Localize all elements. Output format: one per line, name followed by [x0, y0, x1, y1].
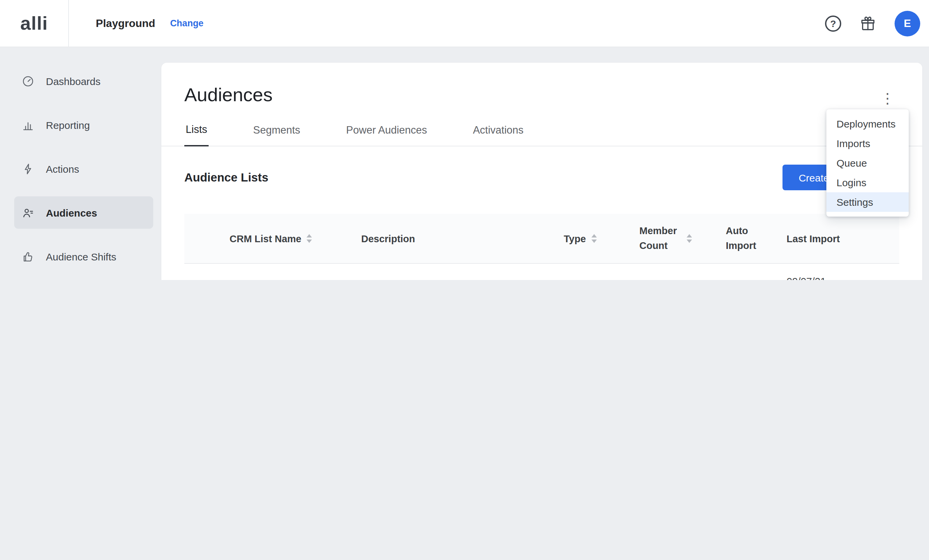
table-header-last-import: Last Import [776, 233, 867, 244]
sidebar-item-actions[interactable]: Actions [14, 153, 153, 185]
sort-icon[interactable] [307, 234, 312, 243]
sidebar: Dashboards Reporting Actions Audiences A… [0, 47, 161, 280]
alli-logo: alli [20, 12, 48, 34]
dropdown-menu: Deployments Imports Queue Logins Setting… [826, 109, 909, 217]
tab-lists[interactable]: Lists [184, 124, 208, 147]
sort-icon[interactable] [687, 234, 692, 243]
page-title: Audiences [184, 63, 899, 110]
menu-item-queue[interactable]: Queue [826, 153, 909, 173]
app-window: alli Playground Change E Dashboards Repo… [0, 0, 929, 280]
table-header-row: CRM List Name Description Type Member Co… [184, 214, 899, 264]
topbar-divider [68, 0, 69, 47]
workspace-name: Playground [96, 17, 155, 29]
sort-icon[interactable] [592, 234, 597, 243]
table-header-crm-list-name[interactable]: CRM List Name [219, 233, 351, 244]
tab-bar: Lists Segments Power Audiences Activatio… [161, 117, 922, 147]
menu-item-logins[interactable]: Logins [826, 173, 909, 192]
topbar-actions: E [825, 11, 929, 36]
audience-lists-table: CRM List Name Description Type Member Co… [184, 214, 899, 280]
help-icon[interactable] [825, 15, 841, 31]
menu-item-deployments[interactable]: Deployments [826, 114, 909, 133]
sidebar-item-dashboards[interactable]: Dashboards [14, 65, 153, 97]
table-header-description: Description [351, 233, 553, 244]
tab-activations[interactable]: Activations [472, 124, 525, 146]
sidebar-item-label: Audiences [46, 207, 97, 218]
sidebar-item-reporting[interactable]: Reporting [14, 109, 153, 141]
user-avatar[interactable]: E [895, 11, 920, 36]
page-menu-kebab-icon[interactable] [880, 91, 894, 105]
sidebar-item-label: Dashboards [46, 75, 101, 87]
section-header: Audience Lists Create [184, 164, 899, 191]
menu-item-settings[interactable]: Settings [826, 192, 909, 212]
thumbs-up-icon [21, 250, 34, 263]
bar-chart-icon [21, 118, 34, 131]
sidebar-item-label: Audience Shifts [46, 251, 116, 262]
change-workspace-link[interactable]: Change [170, 18, 204, 28]
sidebar-item-label: Actions [46, 163, 79, 174]
tab-segments[interactable]: Segments [252, 124, 302, 146]
last-import: 09/07/212:33 pm [776, 274, 867, 280]
gift-icon[interactable] [860, 15, 876, 32]
tab-power-audiences[interactable]: Power Audiences [345, 124, 428, 146]
top-bar: alli Playground Change E [0, 0, 929, 47]
section-title: Audience Lists [184, 170, 268, 185]
dashboard-gauge-icon [21, 75, 34, 87]
sidebar-item-audience-shifts[interactable]: Audience Shifts [14, 240, 153, 272]
table-header-auto-import: Auto Import [716, 224, 776, 252]
menu-item-imports[interactable]: Imports [826, 133, 909, 153]
sidebar-item-audiences[interactable]: Audiences [14, 196, 153, 229]
table-header-member-count[interactable]: Member Count [629, 224, 716, 252]
table-row: katietest Summary 0 09/07/212:33 pm [184, 264, 899, 280]
sidebar-item-label: Reporting [46, 119, 90, 130]
table-header-type[interactable]: Type [553, 233, 629, 244]
person-audience-icon [21, 206, 34, 219]
lightning-bolt-icon [21, 162, 34, 175]
main-panel: Audiences Lists Segments Power Audiences… [161, 63, 922, 280]
